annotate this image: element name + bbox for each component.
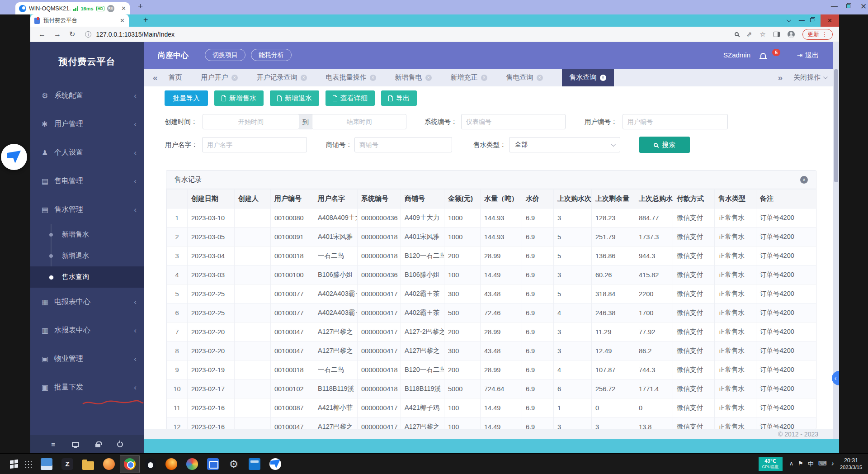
power-icon[interactable] bbox=[117, 441, 123, 447]
taskbar-app-files[interactable] bbox=[37, 455, 57, 473]
zoom-icon[interactable] bbox=[735, 32, 739, 36]
table-row[interactable]: 92023-02-1900100018一石二鸟0000000418B120一石二… bbox=[167, 360, 817, 379]
tabs-scroll-right-icon[interactable]: » bbox=[778, 73, 783, 83]
close-operations-menu[interactable]: 关闭操作 bbox=[793, 73, 826, 82]
page-tab[interactable]: 用户开户× bbox=[201, 69, 238, 86]
sidebar-item[interactable]: ✱用户管理‹ bbox=[30, 110, 144, 138]
site-info-icon[interactable]: i bbox=[85, 31, 91, 38]
sidebar-item[interactable]: ▣物业管理‹ bbox=[30, 345, 144, 373]
taskbar-clock[interactable]: 20:31 2023/3/15 bbox=[840, 457, 862, 471]
hidden-icons-icon[interactable]: ∧ bbox=[789, 460, 794, 468]
tab-close-icon[interactable]: × bbox=[370, 75, 376, 81]
tab-close-icon[interactable]: × bbox=[600, 75, 606, 81]
menu-dots-icon[interactable]: ⋮ bbox=[822, 31, 828, 38]
lock-icon[interactable] bbox=[95, 444, 100, 447]
todesk-floating-badge[interactable] bbox=[1, 144, 27, 170]
taskbar-app-chrome[interactable] bbox=[120, 455, 140, 473]
tab-close-icon[interactable]: × bbox=[231, 75, 238, 81]
browser-tab-close-icon[interactable]: ✕ bbox=[120, 17, 125, 24]
frame-close-button[interactable]: ✕ bbox=[821, 14, 839, 27]
table-row[interactable]: 112023-02-1600100087A421椰小菲0000000417A42… bbox=[167, 398, 817, 417]
tab-close-icon[interactable]: × bbox=[537, 75, 543, 81]
table-row[interactable]: 22023-03-0500100091A401宋风雅0000000418A401… bbox=[167, 228, 817, 246]
action-button[interactable]: 新增退水 bbox=[270, 90, 319, 106]
window-minimize-button[interactable]: — bbox=[831, 2, 838, 9]
taskbar-app-firefox[interactable] bbox=[161, 455, 181, 473]
system-no-input[interactable] bbox=[461, 114, 566, 129]
action-button[interactable]: 新增售水 bbox=[214, 90, 264, 106]
new-session-button[interactable]: + bbox=[138, 1, 143, 11]
sidebar-item[interactable]: ▤售电管理‹ bbox=[30, 167, 144, 195]
table-row[interactable]: 32023-03-0400100018一石二鸟0000000418B120一石二… bbox=[167, 246, 817, 265]
frame-chevron-icon[interactable] bbox=[787, 17, 790, 24]
tab-close-icon[interactable]: × bbox=[301, 75, 307, 81]
energy-analysis-button[interactable]: 能耗分析 bbox=[251, 49, 292, 61]
frame-restore-button[interactable] bbox=[810, 17, 815, 24]
browser-new-tab-button[interactable]: + bbox=[143, 15, 148, 25]
browser-update-button[interactable]: 更新 ⋮ bbox=[802, 29, 833, 40]
share-icon[interactable]: ⇗ bbox=[746, 30, 752, 38]
notification-bell-icon[interactable] bbox=[760, 53, 766, 58]
table-row[interactable]: 82023-02-2000100047A127巴黎之0000000417A127… bbox=[167, 341, 817, 360]
table-row[interactable]: 102023-02-1700100102B118B119溪0000000418B… bbox=[167, 379, 817, 398]
profile-avatar[interactable] bbox=[788, 31, 795, 38]
sidebar-subitem[interactable]: 新增售水 bbox=[30, 224, 144, 245]
back-icon[interactable]: ← bbox=[38, 30, 46, 38]
taskbar-app-qq[interactable] bbox=[141, 455, 160, 473]
sidebar-item[interactable]: ▥水报表中心‹ bbox=[30, 316, 144, 345]
taskbar-app-folder[interactable] bbox=[78, 455, 98, 473]
reload-icon[interactable]: ↻ bbox=[69, 30, 75, 38]
shop-no-input[interactable] bbox=[354, 137, 452, 152]
tab-close-icon[interactable]: × bbox=[425, 75, 432, 81]
taskbar-app-gear[interactable]: ⚙ bbox=[224, 455, 244, 473]
page-tab[interactable]: 首页 bbox=[169, 69, 182, 86]
action-button[interactable]: 导出 bbox=[381, 90, 417, 106]
water-type-select[interactable]: 全部 bbox=[509, 137, 620, 152]
user-name-input[interactable] bbox=[202, 137, 307, 152]
sidebar-item[interactable]: ▤售水管理‹ bbox=[30, 195, 144, 224]
user-no-input[interactable] bbox=[623, 114, 728, 129]
task-view-icon[interactable] bbox=[24, 460, 32, 468]
start-time-input[interactable] bbox=[203, 114, 299, 129]
tabs-scroll-left-icon[interactable]: « bbox=[153, 73, 158, 83]
bookmark-star-icon[interactable]: ☆ bbox=[760, 30, 766, 38]
table-row[interactable]: 12023-03-1000100080A408A409土大力0000000436… bbox=[167, 209, 817, 228]
sidebar-item[interactable]: ▣批量下发‹ bbox=[30, 373, 144, 402]
tab-close-icon[interactable]: × bbox=[481, 75, 487, 81]
action-button[interactable]: 查看详细 bbox=[326, 90, 375, 106]
sidebar-item[interactable]: ▦电报表中心‹ bbox=[30, 288, 144, 316]
page-tab[interactable]: 售电查询× bbox=[506, 69, 543, 86]
action-button[interactable]: 批量导入 bbox=[165, 90, 208, 106]
sidebar-item[interactable]: ♟个人设置‹ bbox=[30, 138, 144, 167]
search-button[interactable]: 搜索 bbox=[639, 137, 690, 153]
sidebar-item[interactable]: ⚙系统配置‹ bbox=[30, 81, 144, 110]
taskbar-app-ball-multi[interactable] bbox=[182, 455, 202, 473]
page-tab[interactable]: 新增售电× bbox=[395, 69, 432, 86]
cpu-temp-widget[interactable]: 43℃ CPU温度 bbox=[759, 457, 783, 471]
table-row[interactable]: 62023-02-2500100077A402A403霸王茶0000000417… bbox=[167, 303, 817, 322]
monitor-icon[interactable] bbox=[72, 442, 79, 447]
end-time-input[interactable] bbox=[312, 114, 406, 129]
ime-chinese-icon[interactable]: 中 bbox=[808, 460, 814, 468]
side-panel-icon[interactable] bbox=[774, 32, 780, 37]
switch-project-button[interactable]: 切换项目 bbox=[205, 49, 245, 61]
menu-hamburger-icon[interactable]: ≡ bbox=[51, 441, 55, 448]
page-tab[interactable]: 开户记录查询× bbox=[257, 69, 307, 86]
table-row[interactable]: 122023-02-1600100047A127巴黎之0000000417A12… bbox=[167, 417, 817, 430]
keyboard-icon[interactable]: ⌨ bbox=[818, 460, 827, 468]
start-button[interactable] bbox=[10, 459, 18, 469]
browser-tab[interactable]: 预付费云平台 ✕ bbox=[30, 14, 129, 27]
logout-button[interactable]: ⇥退出 bbox=[797, 51, 819, 60]
taskbar-app-todesk[interactable] bbox=[265, 455, 285, 473]
session-close-icon[interactable]: ✕ bbox=[121, 5, 126, 12]
taskbar-app-panelapp[interactable] bbox=[245, 455, 264, 473]
taskbar-app-zapp[interactable]: Z bbox=[57, 455, 77, 473]
show-desktop-button[interactable] bbox=[866, 454, 868, 474]
sidebar-subitem[interactable]: 新增退水 bbox=[30, 245, 144, 266]
forward-icon[interactable]: → bbox=[54, 30, 61, 38]
page-tab[interactable]: 售水查询× bbox=[562, 69, 614, 86]
flag-icon[interactable]: ⚑ bbox=[798, 460, 803, 468]
page-tab[interactable]: 新增充正× bbox=[451, 69, 487, 86]
window-maximize-button[interactable] bbox=[846, 2, 851, 9]
taskbar-app-winapp[interactable] bbox=[203, 455, 223, 473]
